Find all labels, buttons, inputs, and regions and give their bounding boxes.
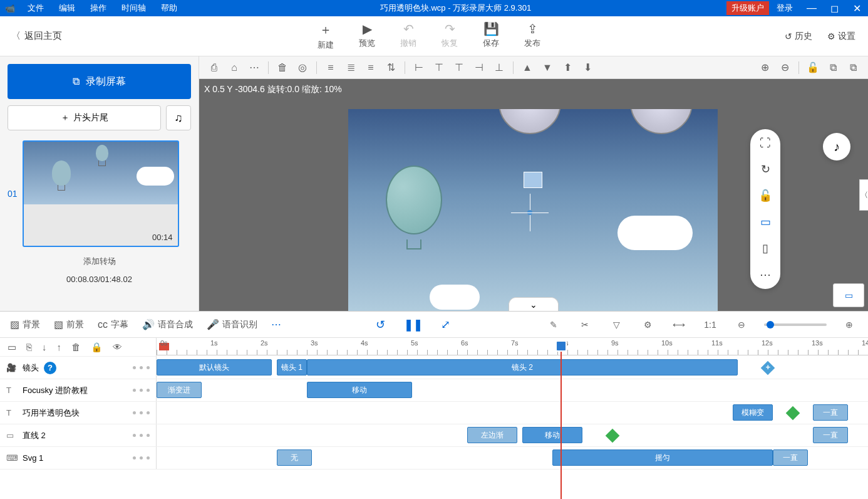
align-top-icon[interactable]: ⊤: [450, 59, 468, 76]
menu-action[interactable]: 操作: [83, 3, 114, 14]
music-button[interactable]: ♫: [166, 105, 191, 130]
new-button[interactable]: ＋新建: [318, 21, 334, 51]
unlock-icon[interactable]: 🔓: [758, 189, 772, 202]
mobile-view-icon[interactable]: ▯: [762, 241, 768, 255]
timeline-clip[interactable]: 左边渐: [467, 427, 517, 443]
zoom-in-icon[interactable]: ⊕: [756, 59, 773, 76]
timeline-clip[interactable]: 模糊变: [733, 404, 773, 421]
titles-button[interactable]: ＋片头片尾: [8, 105, 161, 130]
history-button[interactable]: ↺历史: [785, 31, 812, 42]
add-keyframe-icon[interactable]: [761, 361, 775, 376]
add-track-icon[interactable]: ▭: [8, 342, 16, 353]
track-body[interactable]: 左边渐移动一直: [157, 424, 868, 446]
move-down-icon[interactable]: ↓: [42, 342, 47, 352]
timeline-clip[interactable]: 移动: [307, 382, 412, 398]
filter-icon[interactable]: ▽: [607, 316, 625, 334]
timeline-clip[interactable]: 移动: [522, 427, 582, 443]
keyframe-icon[interactable]: [786, 406, 800, 421]
align-right-icon[interactable]: ≡: [362, 59, 380, 76]
align-bottom-icon[interactable]: ⊥: [490, 59, 508, 76]
menu-timeline[interactable]: 时间轴: [114, 3, 153, 14]
track-options-icon[interactable]: [133, 434, 150, 437]
desktop-view-icon[interactable]: ▭: [760, 215, 771, 229]
timeline-clip[interactable]: 渐变进: [157, 382, 202, 398]
settings-button[interactable]: ⚙设置: [827, 31, 855, 42]
camera-tool-icon[interactable]: ⎙: [205, 59, 223, 76]
publish-button[interactable]: ⇪发布: [524, 21, 540, 51]
track-head[interactable]: 🎥镜头?: [0, 357, 157, 379]
rotate-icon[interactable]: ↻: [761, 162, 770, 176]
save-button[interactable]: 💾保存: [483, 21, 499, 51]
timeline-clip[interactable]: 摇匀: [552, 449, 773, 466]
move-up-icon[interactable]: ↑: [57, 342, 62, 352]
sort-icon[interactable]: ⇅: [382, 59, 400, 76]
track-options-icon[interactable]: [133, 366, 150, 369]
align-center-icon[interactable]: ≣: [342, 59, 359, 76]
scissors-icon[interactable]: ✂: [576, 316, 594, 334]
selected-object[interactable]: [524, 172, 542, 188]
track-head[interactable]: TFocusky 进阶教程: [0, 379, 157, 401]
canvas[interactable]: [348, 109, 718, 311]
timeline-clip[interactable]: 镜头 1: [277, 359, 307, 376]
timeline-clip[interactable]: 一直: [773, 449, 808, 466]
track-body[interactable]: 渐变进移动: [157, 379, 868, 401]
timeline-clip[interactable]: 一直: [813, 427, 848, 443]
lock-icon[interactable]: 🔓: [804, 59, 822, 76]
redo-button[interactable]: ↷恢复: [442, 21, 458, 51]
menu-edit[interactable]: 编辑: [51, 3, 83, 14]
login-button[interactable]: 登录: [769, 3, 800, 14]
track-body[interactable]: 无摇匀一直: [157, 447, 868, 469]
undo-button[interactable]: ↶撤销: [400, 21, 416, 51]
copy-icon[interactable]: ⧉: [824, 59, 842, 76]
track-body[interactable]: 默认镜头镜头 1镜头 2: [157, 357, 868, 379]
track-options-icon[interactable]: [133, 456, 150, 460]
paste-icon[interactable]: ⧉: [844, 59, 862, 76]
minimize-button[interactable]: —: [800, 3, 823, 14]
track-options-icon[interactable]: [133, 389, 150, 392]
layer-front-icon[interactable]: ⬆: [559, 59, 576, 76]
layer-back-icon[interactable]: ⬇: [579, 59, 596, 76]
help-icon[interactable]: ?: [44, 362, 56, 374]
keyframe-icon[interactable]: [606, 429, 620, 443]
track-head[interactable]: T巧用半透明色块: [0, 402, 157, 424]
float-music-button[interactable]: ♪: [823, 133, 850, 160]
back-home-button[interactable]: 〈 返回主页: [0, 30, 73, 42]
expand-button[interactable]: ⤢: [437, 315, 455, 334]
actual-size-icon[interactable]: 1:1: [701, 316, 719, 334]
distribute-h-icon[interactable]: ⊢: [410, 59, 428, 76]
upgrade-button[interactable]: 升级账户: [726, 1, 769, 15]
visibility-icon[interactable]: 👁: [113, 342, 122, 352]
track-body[interactable]: 模糊变一直: [157, 402, 868, 424]
add-transition-label[interactable]: 添加转场: [8, 256, 191, 267]
zoom-slider[interactable]: [764, 323, 827, 326]
track-head[interactable]: ▭直线 2: [0, 424, 157, 446]
tab-tts[interactable]: 🔊语音合成: [142, 318, 193, 330]
focus-icon[interactable]: ◎: [294, 59, 311, 76]
layer-up-icon[interactable]: ▲: [519, 59, 536, 76]
track-head[interactable]: ⌨Svg 1: [0, 447, 157, 469]
lock-track-icon[interactable]: 🔒: [91, 342, 103, 353]
home-icon[interactable]: ⌂: [225, 59, 243, 76]
more-dots-icon[interactable]: ⋯: [760, 268, 771, 281]
distribute-v-icon[interactable]: ⊤: [430, 59, 448, 76]
zoom-in-timeline-icon[interactable]: ⊕: [840, 316, 858, 334]
sliders-icon[interactable]: ⚙: [639, 316, 656, 334]
pause-button[interactable]: ❚❚: [404, 315, 423, 334]
playhead[interactable]: [555, 340, 567, 352]
timeline-clip[interactable]: 无: [277, 449, 312, 466]
minimap[interactable]: ▭: [833, 283, 864, 307]
timeline-clip[interactable]: 镜头 2: [307, 359, 738, 376]
add-folder-icon[interactable]: ⎘: [26, 342, 32, 352]
more-icon[interactable]: ⋯: [245, 59, 263, 76]
menu-help[interactable]: 帮助: [153, 3, 185, 14]
preview-button[interactable]: ▶预览: [359, 21, 375, 51]
fit-width-icon[interactable]: ⟷: [670, 316, 688, 334]
zoom-out-timeline-icon[interactable]: ⊖: [733, 316, 750, 334]
tab-foreground[interactable]: ▧前景: [54, 318, 84, 330]
align-left-icon[interactable]: ≡: [322, 59, 339, 76]
timeline-clip[interactable]: 默认镜头: [157, 359, 272, 376]
timeline-ruler[interactable]: 0s1s2s3s4s5s6s7s8s9s10s11s12s13s14s: [157, 338, 868, 355]
align-middle-icon[interactable]: ⊣: [470, 59, 488, 76]
maximize-button[interactable]: ◻: [823, 3, 845, 14]
record-screen-button[interactable]: ⧉ 录制屏幕: [8, 64, 191, 99]
